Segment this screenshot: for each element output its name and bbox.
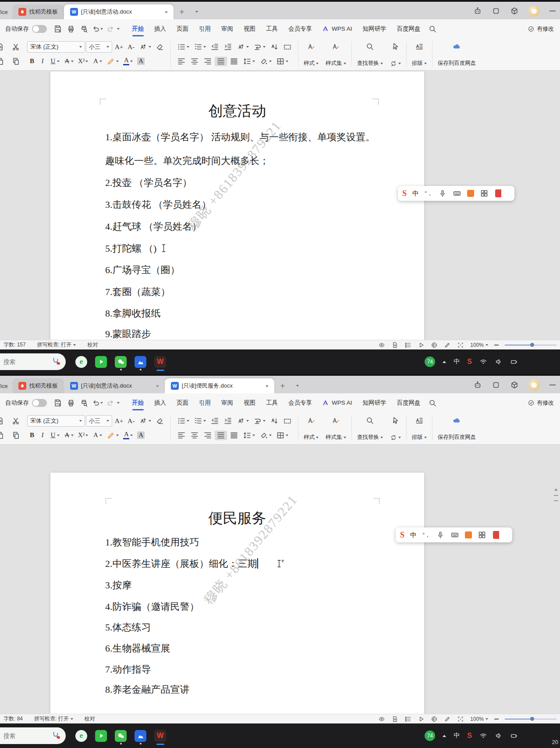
battery-icon[interactable]: [510, 358, 518, 366]
modified-badge[interactable]: 有修改: [528, 19, 554, 39]
tab-reference[interactable]: 引用: [194, 20, 216, 38]
tab-wps-ai[interactable]: WPS AI: [317, 394, 358, 412]
read-mode-icon[interactable]: [418, 716, 425, 723]
ime-clipboard-icon[interactable]: [465, 531, 472, 538]
edit-mode-icon[interactable]: [444, 342, 451, 349]
tab-reference[interactable]: 引用: [194, 394, 216, 412]
typeset-button[interactable]: 排版: [408, 414, 430, 442]
autosave-toggle[interactable]: [32, 399, 47, 407]
tab-view[interactable]: 视图: [238, 20, 261, 38]
apps-cube-icon[interactable]: [510, 7, 519, 15]
typeset-button[interactable]: 排版: [408, 40, 430, 68]
distribute-button[interactable]: [228, 431, 240, 440]
ime-punct-toggle[interactable]: °，: [425, 189, 432, 197]
paste-button[interactable]: [10, 431, 22, 440]
tab-home[interactable]: 开始: [127, 394, 149, 412]
ai-assistant-icon[interactable]: [473, 7, 482, 15]
tab-doc-service[interactable]: W [只读]便民服务.docx: [165, 378, 274, 393]
save-to-baidu-button[interactable]: 保存到百度网盘: [434, 414, 480, 442]
tab-wps-ai[interactable]: WPS AI: [317, 20, 358, 38]
grow-font-button[interactable]: A+: [113, 43, 125, 51]
search-command-icon[interactable]: [426, 397, 439, 409]
tray-expand-icon[interactable]: [443, 361, 446, 363]
zoom-level[interactable]: 100%: [470, 716, 488, 722]
browser-icon[interactable]: e: [75, 730, 87, 742]
search-input[interactable]: [4, 733, 43, 739]
grow-font-button[interactable]: A+: [113, 417, 125, 425]
taskbar-search[interactable]: [0, 727, 66, 744]
redo-button[interactable]: [104, 397, 117, 409]
restore-window-icon[interactable]: [492, 381, 500, 389]
wrap-button[interactable]: [252, 42, 267, 52]
font-name-select[interactable]: 宋体 (正文): [27, 415, 85, 427]
video-app-icon[interactable]: [95, 730, 107, 742]
ime-logo[interactable]: S: [400, 531, 404, 540]
align-right-button[interactable]: [202, 431, 214, 440]
cut-button[interactable]: [10, 416, 22, 426]
search-input[interactable]: [4, 359, 43, 365]
ime-skin-icon[interactable]: [495, 189, 501, 197]
tab-member[interactable]: 会员专享: [283, 20, 317, 38]
ime-toolbox-icon[interactable]: [480, 189, 489, 198]
underline-button[interactable]: U: [48, 57, 61, 65]
print-preview-button[interactable]: [78, 23, 90, 35]
text-effects-button[interactable]: [137, 42, 153, 52]
document-page[interactable]: 创意活动 1.桌面冰壶（学员名字） 活动规则、与一些衔接、单项奖设置。 趣味化一…: [50, 71, 424, 340]
show-marks-button[interactable]: [281, 416, 294, 426]
new-tab-button[interactable]: [277, 380, 288, 392]
web-view-icon[interactable]: [431, 716, 438, 723]
borders-button[interactable]: [274, 57, 290, 66]
print-button[interactable]: [65, 397, 77, 409]
strikethrough-button[interactable]: A: [62, 57, 75, 65]
line-spacing-button[interactable]: [241, 431, 257, 440]
justify-button[interactable]: [215, 431, 227, 440]
increase-indent-button[interactable]: [222, 42, 234, 52]
increase-indent-button[interactable]: [222, 416, 234, 426]
outline-view-icon[interactable]: [404, 342, 411, 349]
sogou-icon[interactable]: S: [467, 732, 472, 740]
shading-button[interactable]: [258, 57, 273, 66]
tab-tools[interactable]: 工具: [261, 20, 283, 38]
outline-view-icon[interactable]: [404, 716, 411, 723]
styles-button[interactable]: 样式: [300, 414, 322, 442]
notification-badge[interactable]: 74: [425, 730, 435, 741]
save-button[interactable]: [52, 397, 64, 409]
clear-format-button[interactable]: [154, 416, 166, 426]
text-effects-button[interactable]: [137, 416, 153, 426]
bold-button[interactable]: B: [27, 57, 37, 65]
italic-button[interactable]: I: [38, 57, 47, 65]
minimize-button[interactable]: [549, 385, 556, 385]
underline-button[interactable]: U: [48, 431, 61, 439]
tab-page[interactable]: 页面: [171, 20, 194, 38]
ime-toolbar[interactable]: S 中 °，: [398, 186, 514, 201]
line-spacing-button[interactable]: [241, 57, 257, 66]
ime-indicator[interactable]: 中: [454, 358, 460, 366]
char-shading-button[interactable]: A: [135, 57, 146, 65]
save-button[interactable]: [52, 23, 64, 35]
tab-doc-creative[interactable]: W [只读]创意活动.docx: [64, 378, 165, 393]
fullscreen-icon[interactable]: [457, 716, 464, 723]
spellcheck-status[interactable]: 拼写检查: 打开: [37, 341, 76, 349]
ime-logo[interactable]: S: [402, 189, 407, 198]
numbered-list-button[interactable]: [192, 42, 208, 52]
print-button[interactable]: [65, 23, 77, 35]
distribute-button[interactable]: [228, 57, 240, 66]
strikethrough-button[interactable]: A: [62, 431, 75, 439]
clear-format-button[interactable]: [154, 42, 166, 52]
eye-protect-icon[interactable]: [378, 716, 385, 723]
styles-button[interactable]: 样式: [300, 40, 322, 68]
quark-icon[interactable]: [135, 730, 146, 742]
clock-partial[interactable]: 20: [552, 739, 558, 745]
fullscreen-icon[interactable]: [457, 342, 464, 349]
tab-insert[interactable]: 插入: [149, 20, 171, 38]
highlight-button[interactable]: [105, 431, 121, 440]
tab-docer[interactable]: 找稻壳模板: [12, 4, 64, 19]
notification-badge[interactable]: 74: [425, 356, 435, 367]
superscript-button[interactable]: X²: [76, 431, 90, 439]
volume-icon[interactable]: [495, 358, 503, 366]
proofread-button[interactable]: 校对: [85, 715, 95, 723]
align-center-button[interactable]: [188, 431, 201, 440]
ime-punct-toggle[interactable]: °，: [422, 531, 430, 539]
font-name-select[interactable]: 宋体 (正文): [27, 41, 85, 53]
wifi-icon[interactable]: [479, 732, 487, 740]
